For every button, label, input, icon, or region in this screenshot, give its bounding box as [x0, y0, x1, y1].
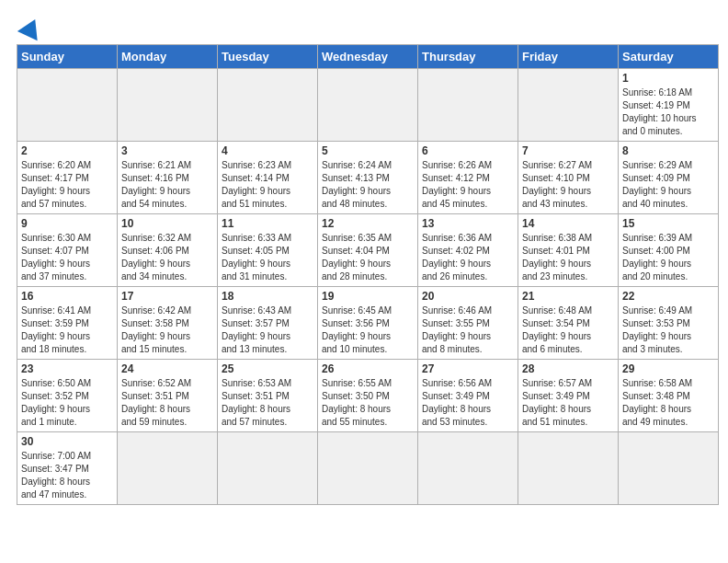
logo-triangle-icon [17, 15, 45, 40]
weekday-thursday: Thursday [418, 45, 518, 69]
day-cell: 14Sunrise: 6:38 AM Sunset: 4:01 PM Dayli… [518, 214, 619, 287]
day-cell: 13Sunrise: 6:36 AM Sunset: 4:02 PM Dayli… [418, 214, 518, 287]
day-number: 26 [322, 362, 414, 375]
day-number: 20 [422, 290, 514, 303]
week-row-3: 16Sunrise: 6:41 AM Sunset: 3:59 PM Dayli… [17, 287, 719, 360]
day-number: 10 [121, 217, 213, 230]
day-number: 22 [622, 290, 714, 303]
day-info: Sunrise: 6:56 AM Sunset: 3:49 PM Dayligh… [422, 377, 514, 429]
day-number: 14 [522, 217, 614, 230]
week-row-4: 23Sunrise: 6:50 AM Sunset: 3:52 PM Dayli… [17, 360, 719, 432]
day-cell: 16Sunrise: 6:41 AM Sunset: 3:59 PM Dayli… [17, 287, 118, 360]
day-cell: 17Sunrise: 6:42 AM Sunset: 3:58 PM Dayli… [118, 287, 218, 360]
day-cell: 11Sunrise: 6:33 AM Sunset: 4:05 PM Dayli… [218, 214, 318, 287]
day-number: 9 [21, 217, 113, 230]
day-cell: 23Sunrise: 6:50 AM Sunset: 3:52 PM Dayli… [17, 360, 118, 432]
day-cell [218, 432, 318, 505]
day-cell [418, 69, 518, 142]
day-cell: 29Sunrise: 6:58 AM Sunset: 3:48 PM Dayli… [619, 360, 719, 432]
day-cell [418, 432, 518, 505]
day-number: 3 [121, 144, 213, 157]
day-cell: 28Sunrise: 6:57 AM Sunset: 3:49 PM Dayli… [518, 360, 619, 432]
day-info: Sunrise: 6:53 AM Sunset: 3:51 PM Dayligh… [222, 377, 313, 429]
day-info: Sunrise: 6:24 AM Sunset: 4:13 PM Dayligh… [322, 159, 414, 211]
logo [18, 18, 42, 39]
day-cell: 22Sunrise: 6:49 AM Sunset: 3:53 PM Dayli… [619, 287, 719, 360]
day-cell: 21Sunrise: 6:48 AM Sunset: 3:54 PM Dayli… [518, 287, 619, 360]
day-cell: 27Sunrise: 6:56 AM Sunset: 3:49 PM Dayli… [418, 360, 518, 432]
weekday-tuesday: Tuesday [218, 45, 318, 69]
day-cell: 30Sunrise: 7:00 AM Sunset: 3:47 PM Dayli… [17, 432, 118, 505]
day-info: Sunrise: 6:52 AM Sunset: 3:51 PM Dayligh… [121, 377, 213, 429]
day-info: Sunrise: 6:32 AM Sunset: 4:06 PM Dayligh… [121, 232, 213, 283]
day-cell: 6Sunrise: 6:26 AM Sunset: 4:12 PM Daylig… [418, 142, 518, 214]
day-info: Sunrise: 6:49 AM Sunset: 3:53 PM Dayligh… [622, 304, 714, 356]
calendar-wrapper: SundayMondayTuesdayWednesdayThursdayFrid… [9, 44, 719, 509]
day-info: Sunrise: 6:30 AM Sunset: 4:07 PM Dayligh… [21, 232, 113, 283]
day-cell: 25Sunrise: 6:53 AM Sunset: 3:51 PM Dayli… [218, 360, 318, 432]
day-cell [318, 432, 418, 505]
day-info: Sunrise: 6:26 AM Sunset: 4:12 PM Dayligh… [422, 159, 514, 211]
day-cell [619, 432, 719, 505]
day-cell: 5Sunrise: 6:24 AM Sunset: 4:13 PM Daylig… [318, 142, 418, 214]
day-number: 25 [222, 362, 313, 375]
day-number: 4 [222, 144, 313, 157]
day-info: Sunrise: 6:55 AM Sunset: 3:50 PM Dayligh… [322, 377, 414, 429]
day-cell: 10Sunrise: 6:32 AM Sunset: 4:06 PM Dayli… [118, 214, 218, 287]
week-row-1: 2Sunrise: 6:20 AM Sunset: 4:17 PM Daylig… [17, 142, 719, 214]
page-header [9, 9, 719, 44]
day-info: Sunrise: 6:35 AM Sunset: 4:04 PM Dayligh… [322, 232, 414, 283]
weekday-saturday: Saturday [619, 45, 719, 69]
day-cell: 2Sunrise: 6:20 AM Sunset: 4:17 PM Daylig… [17, 142, 118, 214]
day-number: 30 [21, 435, 113, 448]
day-info: Sunrise: 6:48 AM Sunset: 3:54 PM Dayligh… [522, 304, 614, 356]
week-row-5: 30Sunrise: 7:00 AM Sunset: 3:47 PM Dayli… [17, 432, 719, 505]
day-cell: 26Sunrise: 6:55 AM Sunset: 3:50 PM Dayli… [318, 360, 418, 432]
day-info: Sunrise: 6:57 AM Sunset: 3:49 PM Dayligh… [522, 377, 614, 429]
day-number: 28 [522, 362, 614, 375]
day-number: 29 [622, 362, 714, 375]
day-number: 18 [222, 290, 313, 303]
day-cell [118, 69, 218, 142]
week-row-2: 9Sunrise: 6:30 AM Sunset: 4:07 PM Daylig… [17, 214, 719, 287]
day-info: Sunrise: 6:20 AM Sunset: 4:17 PM Dayligh… [21, 159, 113, 211]
day-cell [318, 69, 418, 142]
day-info: Sunrise: 6:36 AM Sunset: 4:02 PM Dayligh… [422, 232, 514, 283]
day-number: 15 [622, 217, 714, 230]
weekday-monday: Monday [118, 45, 218, 69]
day-cell: 19Sunrise: 6:45 AM Sunset: 3:56 PM Dayli… [318, 287, 418, 360]
day-info: Sunrise: 6:18 AM Sunset: 4:19 PM Dayligh… [622, 86, 714, 138]
day-cell: 4Sunrise: 6:23 AM Sunset: 4:14 PM Daylig… [218, 142, 318, 214]
day-cell [118, 432, 218, 505]
day-number: 21 [522, 290, 614, 303]
day-info: Sunrise: 7:00 AM Sunset: 3:47 PM Dayligh… [21, 450, 113, 501]
day-info: Sunrise: 6:38 AM Sunset: 4:01 PM Dayligh… [522, 232, 614, 283]
day-number: 12 [322, 217, 414, 230]
day-info: Sunrise: 6:27 AM Sunset: 4:10 PM Dayligh… [522, 159, 614, 211]
day-info: Sunrise: 6:46 AM Sunset: 3:55 PM Dayligh… [422, 304, 514, 356]
day-number: 13 [422, 217, 514, 230]
day-info: Sunrise: 6:50 AM Sunset: 3:52 PM Dayligh… [21, 377, 113, 429]
day-info: Sunrise: 6:23 AM Sunset: 4:14 PM Dayligh… [222, 159, 313, 211]
day-number: 23 [21, 362, 113, 375]
day-info: Sunrise: 6:33 AM Sunset: 4:05 PM Dayligh… [222, 232, 313, 283]
day-info: Sunrise: 6:41 AM Sunset: 3:59 PM Dayligh… [21, 304, 113, 356]
day-cell: 3Sunrise: 6:21 AM Sunset: 4:16 PM Daylig… [118, 142, 218, 214]
day-number: 11 [222, 217, 313, 230]
day-info: Sunrise: 6:39 AM Sunset: 4:00 PM Dayligh… [622, 232, 714, 283]
day-cell: 24Sunrise: 6:52 AM Sunset: 3:51 PM Dayli… [118, 360, 218, 432]
day-info: Sunrise: 6:21 AM Sunset: 4:16 PM Dayligh… [121, 159, 213, 211]
day-cell: 9Sunrise: 6:30 AM Sunset: 4:07 PM Daylig… [17, 214, 118, 287]
calendar-table: SundayMondayTuesdayWednesdayThursdayFrid… [17, 44, 719, 505]
weekday-sunday: Sunday [17, 45, 118, 69]
day-cell: 12Sunrise: 6:35 AM Sunset: 4:04 PM Dayli… [318, 214, 418, 287]
day-cell: 18Sunrise: 6:43 AM Sunset: 3:57 PM Dayli… [218, 287, 318, 360]
day-cell: 7Sunrise: 6:27 AM Sunset: 4:10 PM Daylig… [518, 142, 619, 214]
weekday-friday: Friday [518, 45, 619, 69]
day-cell: 8Sunrise: 6:29 AM Sunset: 4:09 PM Daylig… [619, 142, 719, 214]
day-cell [518, 69, 619, 142]
day-number: 5 [322, 144, 414, 157]
day-cell [17, 69, 118, 142]
day-number: 2 [21, 144, 113, 157]
day-cell [518, 432, 619, 505]
